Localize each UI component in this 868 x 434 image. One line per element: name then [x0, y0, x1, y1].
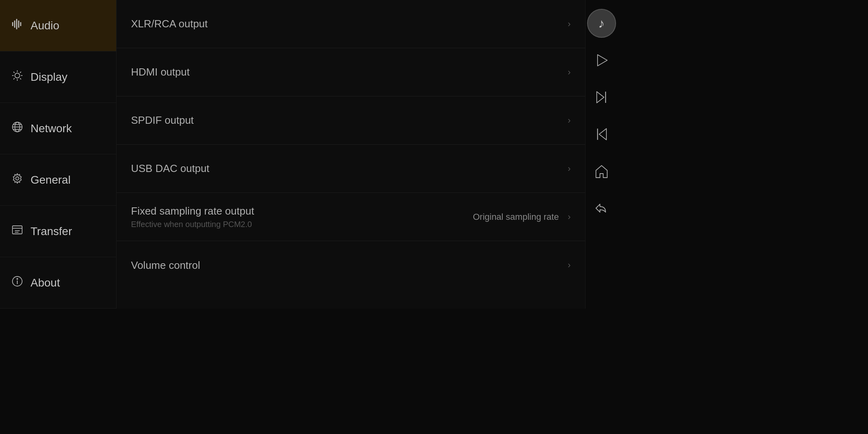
chevron-fixed-sampling: › [568, 212, 571, 222]
play-icon [594, 53, 609, 68]
chevron-xlr-rca: › [568, 19, 571, 29]
setting-title-xlr-rca: XLR/RCA output [131, 18, 565, 30]
sidebar-item-audio[interactable]: Audio [0, 0, 116, 51]
svg-rect-4 [20, 22, 21, 26]
general-icon [11, 172, 23, 187]
sidebar: Audio Display [0, 0, 117, 309]
skip-next-icon [594, 90, 609, 104]
setting-value-fixed-sampling: Original sampling rate [473, 212, 559, 222]
chevron-volume-control: › [568, 260, 571, 270]
svg-rect-2 [16, 19, 17, 29]
svg-line-10 [14, 72, 15, 73]
back-button[interactable] [588, 194, 615, 222]
sidebar-item-display-label: Display [31, 71, 68, 84]
sidebar-item-general[interactable]: General [0, 154, 116, 206]
sidebar-item-network-label: Network [31, 122, 72, 135]
svg-rect-1 [14, 20, 15, 28]
svg-rect-20 [12, 226, 22, 234]
audio-icon [11, 18, 23, 33]
chevron-spdif: › [568, 115, 571, 126]
sidebar-item-general-label: General [31, 174, 71, 186]
right-panel: ♪ [585, 0, 617, 309]
svg-line-11 [20, 78, 21, 80]
setting-row-spdif[interactable]: SPDIF output › [117, 96, 585, 145]
setting-row-fixed-sampling[interactable]: Fixed sampling rate output Effective whe… [117, 193, 585, 241]
svg-marker-30 [599, 129, 606, 140]
setting-title-fixed-sampling: Fixed sampling rate output [131, 205, 473, 217]
sidebar-item-transfer[interactable]: Transfer [0, 206, 116, 257]
chevron-hdmi: › [568, 67, 571, 78]
sidebar-item-audio-label: Audio [31, 19, 59, 32]
svg-point-5 [15, 73, 20, 78]
setting-row-xlr-rca[interactable]: XLR/RCA output › [117, 0, 585, 48]
svg-point-19 [16, 177, 19, 180]
svg-point-26 [17, 278, 18, 279]
skip-next-button[interactable] [588, 84, 615, 111]
svg-line-12 [20, 72, 21, 73]
network-icon [11, 121, 23, 136]
svg-marker-27 [598, 55, 607, 66]
skip-prev-button[interactable] [588, 121, 615, 148]
sidebar-item-about[interactable]: About [0, 257, 116, 309]
setting-title-usb-dac: USB DAC output [131, 162, 565, 175]
back-icon [594, 201, 609, 215]
svg-rect-0 [12, 22, 13, 26]
home-icon [594, 164, 609, 178]
svg-marker-28 [597, 92, 604, 103]
sidebar-item-network[interactable]: Network [0, 103, 116, 154]
sidebar-item-display[interactable]: Display [0, 51, 116, 103]
setting-title-hdmi: HDMI output [131, 66, 565, 78]
home-button[interactable] [588, 158, 615, 185]
sidebar-item-transfer-label: Transfer [31, 225, 72, 238]
display-icon [11, 70, 23, 84]
setting-subtitle-fixed-sampling: Effective when outputting PCM2.0 [131, 220, 473, 229]
settings-list: XLR/RCA output › HDMI output › SPDIF out… [117, 0, 585, 309]
setting-row-volume-control[interactable]: Volume control › [117, 241, 585, 289]
music-note-icon: ♪ [598, 16, 605, 31]
skip-prev-icon [594, 127, 609, 141]
music-button[interactable]: ♪ [587, 9, 616, 38]
setting-row-usb-dac[interactable]: USB DAC output › [117, 145, 585, 193]
about-icon [11, 275, 23, 290]
chevron-usb-dac: › [568, 164, 571, 174]
setting-title-spdif: SPDIF output [131, 114, 565, 127]
play-button[interactable] [588, 47, 615, 74]
setting-title-volume-control: Volume control [131, 259, 565, 272]
svg-rect-3 [18, 20, 19, 28]
setting-row-hdmi[interactable]: HDMI output › [117, 48, 585, 96]
sidebar-item-about-label: About [31, 276, 60, 289]
transfer-icon [11, 224, 23, 239]
svg-line-13 [14, 78, 15, 80]
